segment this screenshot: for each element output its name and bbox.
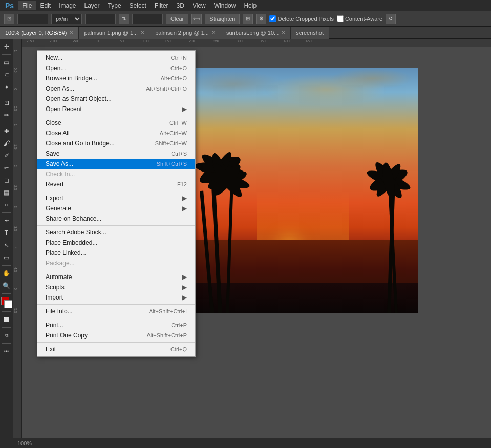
menu-place-linked[interactable]: Place Linked... xyxy=(37,248,195,258)
color-selector[interactable] xyxy=(1,297,12,308)
content-aware-checkbox[interactable] xyxy=(337,15,344,22)
menu-filter[interactable]: Filter xyxy=(151,1,173,10)
marquee-tool[interactable]: ▭ xyxy=(1,57,12,68)
settings-icon[interactable]: ⚙ xyxy=(256,14,266,24)
tab-1[interactable]: palmsun 1.png @ 1... ✕ xyxy=(79,27,150,39)
crop-tool[interactable]: ⊡ xyxy=(1,97,12,109)
unit-select[interactable]: px/inpx/cm xyxy=(51,14,82,24)
brush-tool[interactable]: 🖌 xyxy=(1,138,12,149)
h-tick-11: 400 xyxy=(284,39,290,43)
menu-exit[interactable]: Exit Ctrl+Q xyxy=(37,344,195,354)
reset-icon[interactable]: ↺ xyxy=(386,14,396,24)
menu-save-as[interactable]: Save As... Shift+Ctrl+S xyxy=(37,159,195,169)
tab-close-1[interactable]: ✕ xyxy=(140,30,144,35)
clear-button[interactable]: Clear xyxy=(166,14,188,24)
healing-tool[interactable]: ✚ xyxy=(1,125,12,137)
path-select-tool[interactable]: ↖ xyxy=(1,240,12,251)
eyedropper-tool[interactable]: ✏ xyxy=(1,110,12,121)
delete-cropped-checkbox[interactable] xyxy=(269,15,276,22)
clone-tool[interactable]: ✐ xyxy=(1,150,12,161)
canvas-image xyxy=(187,68,418,313)
lasso-tool[interactable]: ⊂ xyxy=(1,69,12,80)
tab-0[interactable]: 100% (Layer 0, RGB/8#) ✕ xyxy=(0,27,79,39)
v-tick-8: 3 xyxy=(14,206,17,208)
tool-separator-6 xyxy=(2,293,11,294)
separator-2 xyxy=(37,191,195,191)
straighten-button[interactable]: Straighten xyxy=(205,14,240,24)
menu-generate[interactable]: Generate ▶ xyxy=(37,203,195,214)
menu-select[interactable]: Select xyxy=(125,1,151,10)
h-tick-5: 100 xyxy=(143,39,149,43)
menu-open[interactable]: Open... Ctrl+O xyxy=(37,63,195,73)
screen-mode-tool[interactable]: ⧉ xyxy=(1,330,12,341)
menu-export[interactable]: Export ▶ xyxy=(37,193,195,203)
menu-revert[interactable]: Revert F12 xyxy=(37,179,195,189)
menu-image[interactable]: Image xyxy=(55,1,80,10)
width-input[interactable] xyxy=(17,14,48,24)
menu-window[interactable]: Window xyxy=(210,1,240,10)
tool-separator-5 xyxy=(2,265,11,266)
tab-4[interactable]: screenshot xyxy=(291,27,329,39)
delete-cropped-option[interactable]: Delete Cropped Pixels xyxy=(269,15,333,22)
tab-close-3[interactable]: ✕ xyxy=(281,30,285,35)
swap-icon[interactable]: ⇅ xyxy=(119,14,129,24)
history-tool[interactable]: ⤺ xyxy=(1,162,12,174)
zoom-tool[interactable]: 🔍 xyxy=(1,280,12,291)
tab-close-0[interactable]: ✕ xyxy=(69,30,73,35)
tab-label-0: 100% (Layer 0, RGB/8#) xyxy=(5,30,67,36)
menu-automate[interactable]: Automate ▶ xyxy=(37,272,195,282)
menu-save[interactable]: Save Ctrl+S xyxy=(37,148,195,159)
pen-tool[interactable]: ✒ xyxy=(1,215,12,226)
menu-new[interactable]: New... Ctrl+N xyxy=(37,53,195,63)
menu-import[interactable]: Import ▶ xyxy=(37,292,195,303)
tool-separator-9 xyxy=(2,343,11,344)
menu-close-all[interactable]: Close All Alt+Ctrl+W xyxy=(37,128,195,138)
separator-3 xyxy=(37,225,195,226)
menu-file-info[interactable]: File Info... Alt+Shift+Ctrl+I xyxy=(37,306,195,316)
height-input[interactable] xyxy=(85,14,116,24)
menu-file[interactable]: File xyxy=(18,1,36,10)
menu-3d[interactable]: 3D xyxy=(173,1,188,10)
background-color[interactable] xyxy=(4,300,12,308)
extra-tools[interactable]: ••• xyxy=(1,346,12,357)
h-tick-1: -100 xyxy=(50,39,57,43)
magic-wand-tool[interactable]: ✦ xyxy=(1,81,12,93)
quick-mask-tool[interactable]: ⬜ xyxy=(1,314,12,325)
menu-edit[interactable]: Edit xyxy=(36,1,55,10)
menu-browse-bridge[interactable]: Browse in Bridge... Alt+Ctrl+O xyxy=(37,73,195,83)
main-layout: ✢ ▭ ⊂ ✦ ⊡ ✏ ✚ 🖌 ✐ ⤺ ◻ ▤ ○ ✒ T ↖ ▭ ✋ 🔍 ⬜ … xyxy=(0,39,491,448)
tab-3[interactable]: sunburst.png @ 10... ✕ xyxy=(221,27,291,39)
menu-print-one-copy[interactable]: Print One Copy Alt+Shift+Ctrl+P xyxy=(37,330,195,340)
menu-package: Package... xyxy=(37,258,195,268)
gradient-tool[interactable]: ▤ xyxy=(1,187,12,198)
crop-tool-icon[interactable]: ⊡ xyxy=(4,14,14,24)
menu-share-behance[interactable]: Share on Behance... xyxy=(37,214,195,224)
tab-close-2[interactable]: ✕ xyxy=(211,30,216,35)
menu-open-as[interactable]: Open As... Alt+Shift+Ctrl+O xyxy=(37,83,195,94)
menu-type[interactable]: Type xyxy=(104,1,125,10)
resolution-input[interactable] xyxy=(132,14,163,24)
grid-icon[interactable]: ⊞ xyxy=(243,14,253,24)
canvas-area: -150 -100 -50 0 50 100 150 200 250 300 3… xyxy=(13,39,491,448)
dodge-tool[interactable]: ○ xyxy=(1,199,12,210)
menu-scripts[interactable]: Scripts ▶ xyxy=(37,282,195,292)
menu-open-smart-object[interactable]: Open as Smart Object... xyxy=(37,94,195,104)
text-tool[interactable]: T xyxy=(1,227,12,239)
eraser-tool[interactable]: ◻ xyxy=(1,175,12,186)
content-aware-option[interactable]: Content-Aware xyxy=(337,15,382,22)
h-tick-0: -150 xyxy=(27,39,34,43)
shapes-tool[interactable]: ▭ xyxy=(1,252,12,263)
menu-place-embedded[interactable]: Place Embedded... xyxy=(37,238,195,248)
menu-close-go-bridge[interactable]: Close and Go to Bridge... Shift+Ctrl+W xyxy=(37,138,195,148)
move-tool[interactable]: ✢ xyxy=(1,41,12,52)
menu-view[interactable]: View xyxy=(188,1,210,10)
menu-help[interactable]: Help xyxy=(240,1,261,10)
menu-print[interactable]: Print... Ctrl+P xyxy=(37,320,195,330)
menu-layer[interactable]: Layer xyxy=(80,1,104,10)
menu-close[interactable]: Close Ctrl+W xyxy=(37,118,195,128)
menu-search-stock[interactable]: Search Adobe Stock... xyxy=(37,227,195,238)
hand-tool[interactable]: ✋ xyxy=(1,268,12,279)
tab-2[interactable]: palmsun 2.png @ 1... ✕ xyxy=(150,27,221,39)
menu-open-recent[interactable]: Open Recent ▶ xyxy=(37,104,195,114)
straighten-icon[interactable]: ⟺ xyxy=(191,14,202,24)
